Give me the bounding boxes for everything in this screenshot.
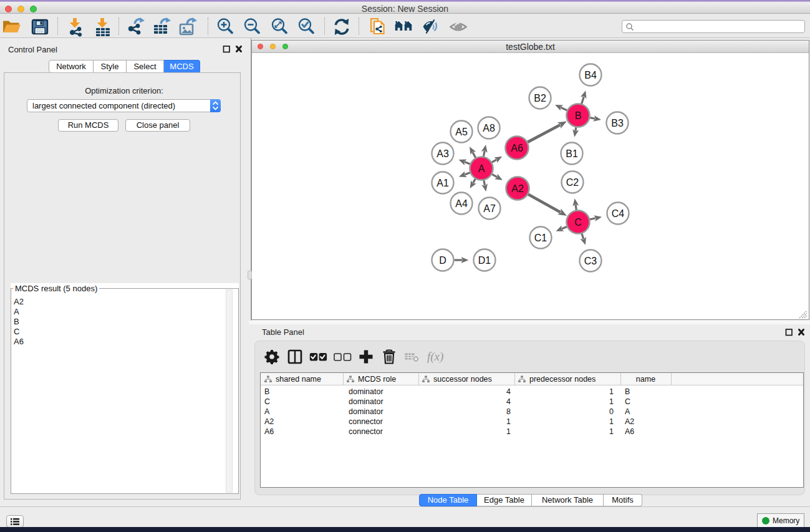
svg-text:B1: B1 bbox=[566, 148, 578, 159]
svg-text:A4: A4 bbox=[455, 198, 468, 209]
svg-text:B2: B2 bbox=[534, 93, 546, 104]
svg-text:B: B bbox=[575, 110, 582, 121]
svg-text:A3: A3 bbox=[436, 148, 449, 159]
svg-text:C2: C2 bbox=[566, 177, 579, 188]
svg-text:A7: A7 bbox=[483, 203, 496, 214]
svg-text:C1: C1 bbox=[534, 233, 547, 243]
svg-text:B3: B3 bbox=[611, 118, 624, 128]
svg-text:D: D bbox=[439, 255, 446, 266]
svg-text:A2: A2 bbox=[511, 183, 524, 194]
svg-text:A1: A1 bbox=[436, 178, 449, 188]
svg-text:C: C bbox=[574, 217, 582, 228]
svg-text:A6: A6 bbox=[511, 143, 523, 153]
svg-text:B4: B4 bbox=[584, 70, 597, 80]
svg-text:A5: A5 bbox=[455, 127, 468, 137]
svg-text:A: A bbox=[478, 163, 485, 174]
svg-text:C4: C4 bbox=[612, 208, 625, 219]
svg-text:C3: C3 bbox=[584, 256, 597, 266]
svg-text:A8: A8 bbox=[483, 123, 495, 133]
svg-text:D1: D1 bbox=[478, 255, 491, 266]
